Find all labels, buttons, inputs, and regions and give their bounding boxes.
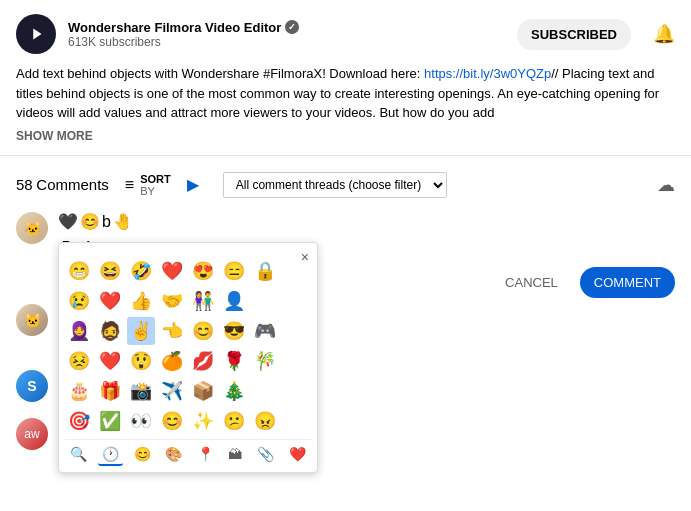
emoji-cell[interactable]: 👍 (127, 287, 155, 315)
emoji-cell[interactable]: 💋 (189, 347, 217, 375)
emoji-cell[interactable]: 🎁 (96, 377, 124, 405)
divider (0, 155, 691, 156)
emoji-cell[interactable]: 😕 (220, 407, 248, 435)
emoji-cell[interactable]: 🎮 (251, 317, 279, 345)
emoji-cell[interactable]: 👫 (189, 287, 217, 315)
comment-avatar: S (16, 370, 48, 402)
emoji-cell[interactable]: ✈️ (158, 377, 186, 405)
emoji-cell[interactable]: 🤝 (158, 287, 186, 315)
subscribe-button[interactable]: SUBSCRIBED (517, 19, 631, 50)
emoji-cell[interactable]: ❤️ (96, 347, 124, 375)
comment-avatar: 🐱 (16, 304, 48, 336)
sort-by-button[interactable]: ≡ SORT BY (125, 173, 171, 197)
emoji-cell[interactable]: ✅ (96, 407, 124, 435)
emoji-cell[interactable]: 😢 (65, 287, 93, 315)
emoji-tab-objects[interactable]: 📎 (253, 444, 278, 466)
emoji-cell[interactable] (282, 347, 310, 375)
emoji-cell[interactable]: 😑 (220, 257, 248, 285)
emoji-cell[interactable]: 🧕 (65, 317, 93, 345)
emoji-cell[interactable]: ❤️ (96, 287, 124, 315)
comment-input-area: 🐱 🖤😊b🤚 B I ... × 😁 😆 🤣 ❤️ 😍 😑 🔒 😢 (0, 204, 691, 265)
emoji-cell[interactable] (251, 377, 279, 405)
emoji-tab-search[interactable]: 🔍 (66, 444, 91, 466)
emoji-cell[interactable]: 😊 (158, 407, 186, 435)
emoji-cell[interactable]: 🎂 (65, 377, 93, 405)
channel-name: Wondershare Filmora Video Editor ✓ (68, 20, 505, 35)
emoji-cell[interactable] (251, 287, 279, 315)
comment-field-wrap: 🖤😊b🤚 B I ... × 😁 😆 🤣 ❤️ 😍 😑 🔒 😢 ❤️ (58, 212, 675, 257)
comment-avatar: aw (16, 418, 48, 450)
emoji-tab-location[interactable]: 📍 (193, 444, 218, 466)
description: Add text behind objects with Wondershare… (0, 64, 691, 155)
emoji-cell[interactable]: 🎄 (220, 377, 248, 405)
emoji-cell[interactable]: 😊 (189, 317, 217, 345)
cloud-icon: ☁ (657, 174, 675, 196)
emoji-cell[interactable]: 🧔 (96, 317, 124, 345)
emoji-cell[interactable]: 🤣 (127, 257, 155, 285)
emoji-picker-tabs: 🔍 🕐 😊 🎨 📍 🏔 📎 ❤️ (65, 439, 311, 466)
comments-count: 58 (16, 176, 33, 193)
comment-filter-dropdown[interactable]: All comment threads (choose filter) (223, 172, 447, 198)
emoji-cell[interactable]: 🎯 (65, 407, 93, 435)
emoji-cell[interactable]: 🍊 (158, 347, 186, 375)
svg-marker-0 (33, 29, 41, 40)
channel-logo[interactable] (16, 14, 56, 54)
emoji-picker-close-button[interactable]: × (301, 249, 309, 265)
channel-info: Wondershare Filmora Video Editor ✓ 613K … (68, 20, 505, 49)
emoji-display[interactable]: 🖤😊b🤚 (58, 212, 675, 232)
emoji-cell[interactable]: 🔒 (251, 257, 279, 285)
description-text-start: Add text behind objects with Wondershare… (16, 66, 424, 81)
emoji-tab-hearts[interactable]: ❤️ (285, 444, 310, 466)
comment-submit-button[interactable]: COMMENT (580, 267, 675, 298)
emoji-grid: 😁 😆 🤣 ❤️ 😍 😑 🔒 😢 ❤️ 👍 🤝 👫 👤 🧕 � (65, 257, 311, 435)
emoji-cell[interactable]: ✨ (189, 407, 217, 435)
emoji-cell[interactable] (282, 407, 310, 435)
emoji-cell[interactable]: 😆 (96, 257, 124, 285)
emoji-cell[interactable]: 😍 (189, 257, 217, 285)
sort-icon: ≡ (125, 176, 134, 194)
emoji-cell[interactable]: 😎 (220, 317, 248, 345)
play-icon: ▶ (187, 175, 199, 194)
emoji-cell[interactable]: 🎋 (251, 347, 279, 375)
emoji-cell[interactable]: 👀 (127, 407, 155, 435)
description-link[interactable]: https://bit.ly/3w0YQZp (424, 66, 551, 81)
emoji-cell[interactable]: 📸 (127, 377, 155, 405)
sort-label: SORT (140, 173, 171, 185)
emoji-cell[interactable] (282, 317, 310, 345)
emoji-cell[interactable]: 😠 (251, 407, 279, 435)
emoji-tab-recent[interactable]: 🕐 (98, 444, 123, 466)
comments-count-wrap: 58 Comments (16, 176, 109, 193)
emoji-cell[interactable]: 😁 (65, 257, 93, 285)
emoji-tab-smileys[interactable]: 😊 (130, 444, 155, 466)
emoji-cell[interactable]: 👈 (158, 317, 186, 345)
channel-header: Wondershare Filmora Video Editor ✓ 613K … (0, 0, 691, 64)
emoji-cell[interactable]: 🌹 (220, 347, 248, 375)
by-label: BY (140, 185, 171, 197)
emoji-picker: × 😁 😆 🤣 ❤️ 😍 😑 🔒 😢 ❤️ 👍 🤝 👫 👤 (58, 242, 318, 473)
emoji-cell[interactable]: 😣 (65, 347, 93, 375)
emoji-cell[interactable]: 😲 (127, 347, 155, 375)
emoji-cell[interactable]: ❤️ (158, 257, 186, 285)
bell-icon[interactable]: 🔔 (653, 23, 675, 45)
emoji-tab-art[interactable]: 🎨 (161, 444, 186, 466)
emoji-cell[interactable]: 👤 (220, 287, 248, 315)
emoji-cell-selected[interactable]: ✌️ (127, 317, 155, 345)
emoji-cell[interactable]: 📦 (189, 377, 217, 405)
cancel-button[interactable]: CANCEL (493, 267, 570, 298)
show-more-button[interactable]: SHOW MORE (16, 127, 675, 145)
emoji-cell[interactable] (282, 287, 310, 315)
user-avatar: 🐱 (16, 212, 48, 244)
comments-label: Comments (36, 176, 109, 193)
emoji-tab-nature[interactable]: 🏔 (224, 444, 246, 466)
emoji-cell[interactable] (282, 377, 310, 405)
subscriber-count: 613K subscribers (68, 35, 505, 49)
verified-badge: ✓ (285, 20, 299, 34)
comments-header: 58 Comments ≡ SORT BY ▶ All comment thre… (0, 166, 691, 204)
